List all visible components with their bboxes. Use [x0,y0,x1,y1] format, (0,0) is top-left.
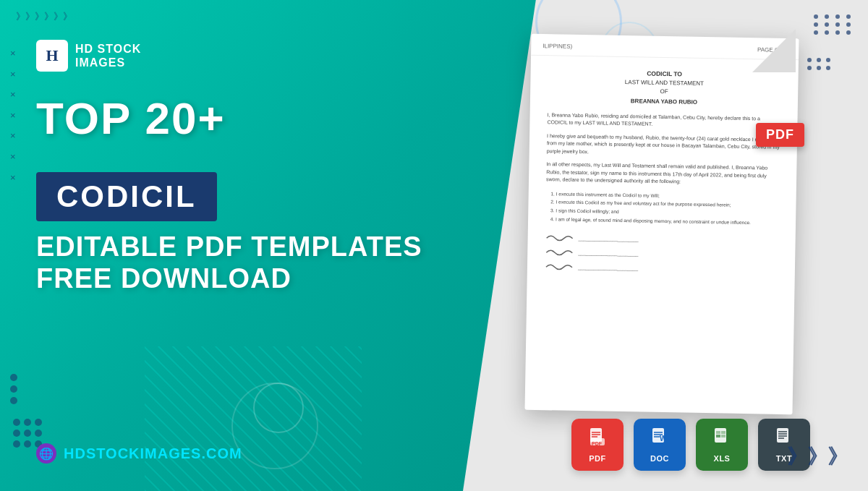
x-marks-decoration: ××××××× [10,43,16,188]
top-twenty-label: TOP 20+ [36,93,226,144]
svg-text:PDF: PDF [592,441,603,446]
signature-scribble-2 [545,247,574,259]
pdf-icon-box[interactable]: PDF PDF [571,419,624,471]
brand-name-line1: HD STOCK [75,42,141,56]
svg-text:W: W [660,435,667,443]
file-icons-row: PDF PDF DOC W DOC XLS [571,419,810,471]
dot [825,22,829,27]
dot [10,385,17,393]
doc-content: CODICIL TO LAST WILL AND TESTAMENT OF BR… [527,56,799,289]
dot [846,30,851,35]
doc-label: DOC [650,454,669,463]
subtitle: EDITABLE PDF TEMPLATES FREE DOWNLOAD [36,231,422,294]
dot [24,440,31,448]
logo-box: H [36,40,68,72]
website-url-text: HDSTOCKIMAGES.COM [64,445,242,462]
doc-list: I execute this instrument as the Codicil… [545,189,779,227]
logo-letter: H [46,46,58,65]
dot [814,14,818,19]
subtitle-line2: FREE DOWNLOAD [36,263,292,294]
sig-line-1: _______________________ [545,232,778,248]
dot [10,397,17,404]
pdf-badge: PDF [756,123,804,147]
svg-rect-14 [716,431,720,434]
svg-rect-18 [777,428,788,443]
pdf-icon-symbol: PDF [587,427,608,451]
doc-title-area: CODICIL TO LAST WILL AND TESTAMENT OF BR… [548,67,781,108]
svg-text:XLS: XLS [715,442,724,446]
chevrons-top-icon: 》》》》》》 [16,10,72,23]
dot [807,58,812,62]
brand-name-line2: IMAGES [75,56,141,69]
doc-body-text-1: I, Breanna Yabo Rubio, residing and domi… [547,111,780,131]
logo-area: H HD STOCK IMAGES [36,40,141,72]
dot [13,430,20,437]
signature-area: _______________________ ________________… [545,232,778,277]
dot [13,440,20,448]
sig-line-2: _______________________ [545,247,778,262]
dot [814,22,818,27]
dots-left-col [10,374,17,404]
xls-icon-symbol: XLS [712,427,732,451]
globe-icon: 🌐 [36,443,56,464]
dot [835,14,840,19]
doc-icon-box[interactable]: DOC W DOC [634,419,686,471]
brand-name: HD STOCK IMAGES [75,42,141,69]
signature-scribble [545,232,574,244]
dot [817,66,821,70]
svg-text:TXT: TXT [778,442,786,446]
doc-body-text-3: In all other respects, my Last Will and … [546,161,780,187]
doc-triangle-decoration [752,29,796,72]
xls-icon-box[interactable]: XLS XLS [696,419,748,471]
dot [13,419,20,426]
dot [35,430,42,437]
dot [817,58,821,62]
svg-rect-17 [721,435,726,437]
dot [814,30,818,35]
dot [35,419,42,426]
dot [846,14,851,19]
sig-label-3: _______________________ [578,264,638,272]
xls-label: XLS [714,454,731,463]
dots-right-mid [807,58,832,70]
deco-circle-4 [231,383,318,469]
dot [807,66,812,70]
dot [24,430,31,437]
dot [24,419,31,426]
dot [835,30,840,35]
dots-top-right [814,14,854,35]
svg-rect-15 [721,431,726,434]
chevrons-bottom-right-icon: 》》》 [787,443,848,471]
codicil-text: CODICIL [56,179,197,213]
dot [825,14,829,19]
sig-label-2: _______________________ [578,249,638,257]
dot [826,58,830,62]
sig-label: _______________________ [579,235,639,243]
website-url-area: 🌐 HDSTOCKIMAGES.COM [36,443,242,464]
signature-scribble-3 [545,261,574,273]
document-preview: ILIPPINES) PAGE ONE CODICIL TO LAST WILL… [524,34,799,414]
doc-body-text-2: I hereby give and bequeath to my husband… [547,132,780,159]
dot [825,30,829,35]
dot [826,66,830,70]
sig-line-3: _______________________ [545,261,778,277]
dot [10,374,17,381]
svg-rect-16 [716,435,720,437]
pdf-label: PDF [589,454,606,463]
codicil-badge: CODICIL [36,172,217,221]
doc-jurisdiction: ILIPPINES) [542,43,572,50]
dot [846,22,851,27]
dot [835,22,840,27]
doc-icon-symbol: DOC W [650,427,670,451]
subtitle-line1: EDITABLE PDF TEMPLATES [36,231,422,262]
